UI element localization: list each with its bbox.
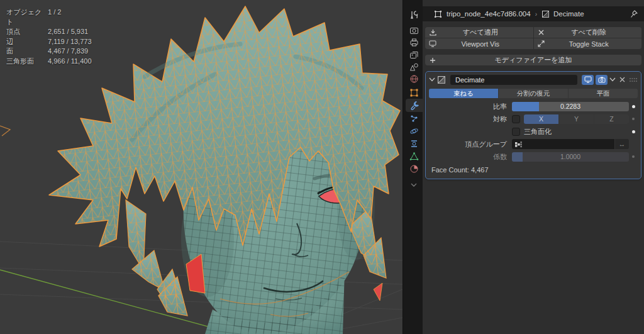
viewport-vis-button[interactable]: Viewport Vis — [425, 38, 533, 49]
chevron-down-icon — [411, 183, 417, 187]
tab-physics[interactable] — [404, 125, 423, 137]
physics-orbit-icon — [409, 126, 419, 136]
vertex-group-label: 頂点グループ — [429, 140, 512, 149]
monitor-icon — [425, 40, 440, 47]
tab-constraints[interactable] — [404, 138, 423, 150]
tool-icon — [409, 10, 419, 19]
plus-icon — [425, 57, 440, 64]
constraint-icon — [409, 139, 419, 148]
apply-download-icon — [425, 29, 440, 36]
tabstrip-overflow[interactable] — [404, 179, 423, 191]
factor-decorator[interactable] — [629, 155, 638, 158]
symmetry-checkbox[interactable] — [512, 115, 520, 123]
expand-arrows-icon — [534, 40, 549, 47]
modifier-name-field[interactable]: Decimate — [450, 75, 577, 85]
symmetry-row: 対称 X Y Z — [429, 114, 638, 124]
toggle-stack-button[interactable]: Toggle Stack — [534, 38, 642, 49]
vertex-group-row: 頂点グループ ↔ — [429, 139, 638, 149]
monitor-icon — [584, 76, 592, 83]
tab-modifier-properties[interactable] — [406, 99, 423, 112]
tab-particles[interactable] — [404, 113, 423, 125]
ratio-decorator[interactable] — [629, 105, 638, 108]
modifier-header: Decimate — [429, 74, 638, 86]
stat-faces: 面4,467 / 7,839 — [6, 47, 92, 57]
collapse-chevron-icon[interactable] — [429, 77, 435, 82]
ratio-value: 0.2283 — [512, 102, 629, 111]
factor-value: 1.0000 — [512, 152, 629, 162]
tab-view-layer[interactable] — [404, 49, 423, 61]
properties-tab-strip — [402, 0, 423, 334]
camera-icon — [598, 77, 606, 83]
decimate-mode-tabs: 束ねる 分割の復元 平面 — [429, 89, 638, 98]
tab-world[interactable] — [404, 73, 423, 85]
globe-icon — [409, 74, 419, 84]
drag-handle-dots-icon[interactable] — [629, 77, 638, 82]
triangulate-decorator[interactable] — [629, 130, 638, 133]
camera-back-icon — [409, 26, 419, 35]
symmetry-axis-buttons: X Y Z — [524, 114, 629, 124]
material-sphere-icon — [409, 164, 419, 174]
tab-material[interactable] — [404, 163, 423, 175]
axis-y-button[interactable]: Y — [559, 114, 594, 124]
mode-planar[interactable]: 平面 — [569, 89, 638, 98]
show-in-render-toggle[interactable] — [596, 75, 608, 85]
invert-vertex-group-button[interactable]: ↔ — [615, 139, 629, 149]
tab-object-data[interactable] — [404, 150, 423, 162]
triangulate-row: 三角面化 — [429, 126, 638, 136]
pin-icon[interactable] — [630, 10, 638, 18]
tab-render[interactable] — [404, 25, 423, 36]
vertex-group-field[interactable] — [512, 139, 614, 149]
3d-viewport[interactable]: オブジェクト1 / 2 頂点2,651 / 5,931 辺7,119 / 13,… — [0, 0, 402, 334]
breadcrumb-separator: › — [535, 11, 537, 18]
factor-row: 係数 1.0000 — [429, 152, 638, 162]
arrows-swap-icon: ↔ — [619, 140, 626, 148]
add-modifier-button[interactable]: モディファイアーを追加 — [425, 55, 641, 65]
stat-vertices: 頂点2,651 / 5,931 — [6, 27, 92, 37]
scene-icon — [409, 62, 419, 72]
ratio-row: 比率 0.2283 — [429, 101, 638, 111]
x-icon — [534, 30, 549, 35]
properties-breadcrumb: tripo_node_4e4c7d86.004 › Decimate — [423, 6, 644, 21]
show-in-viewport-toggle[interactable] — [582, 75, 594, 85]
delete-all-button[interactable]: すべて削除 — [534, 27, 642, 38]
face-count-text: Face Count: 4,467 — [431, 166, 638, 174]
viewport-stats-overlay: オブジェクト1 / 2 頂点2,651 / 5,931 辺7,119 / 13,… — [6, 8, 92, 66]
decimate-modifier-icon — [541, 10, 550, 18]
mode-collapse[interactable]: 束ねる — [429, 89, 498, 98]
ratio-label: 比率 — [429, 102, 512, 111]
tab-tool[interactable] — [404, 9, 423, 21]
object-square-icon — [409, 88, 419, 97]
wrench-icon — [410, 101, 419, 110]
factor-slider[interactable]: 1.0000 — [512, 152, 629, 162]
apply-all-button[interactable]: すべて適用 — [425, 27, 533, 38]
mesh-data-icon — [409, 152, 419, 161]
decimate-modifier-panel: Decimate 束ねる 分割の復元 平面 — [425, 71, 641, 179]
printer-icon — [409, 38, 419, 47]
breadcrumb-modifier-name[interactable]: Decimate — [553, 10, 584, 18]
stat-objects: オブジェクト1 / 2 — [6, 8, 92, 27]
modifier-extras-chevron-icon[interactable] — [609, 77, 616, 82]
properties-editor: tripo_node_4e4c7d86.004 › Decimate すべて適用… — [423, 0, 644, 334]
vertex-group-icon — [514, 140, 523, 148]
ratio-slider[interactable]: 0.2283 — [512, 102, 629, 111]
mode-unsubdivide[interactable]: 分割の復元 — [499, 89, 568, 98]
symmetry-decorator[interactable] — [629, 118, 638, 120]
factor-label: 係数 — [429, 152, 512, 162]
blender-window: オブジェクト1 / 2 頂点2,651 / 5,931 辺7,119 / 13,… — [0, 0, 644, 334]
breadcrumb-object-name[interactable]: tripo_node_4e4c7d86.004 — [447, 10, 531, 18]
axis-z-button[interactable]: Z — [594, 114, 629, 124]
properties-content: すべて適用 すべて削除 Viewport Vis Toggle Stack — [423, 21, 644, 334]
tab-scene[interactable] — [404, 61, 423, 73]
remove-modifier-x-icon[interactable] — [619, 77, 625, 82]
tab-output[interactable] — [404, 36, 423, 48]
triangulate-checkbox[interactable] — [512, 128, 520, 136]
decimate-icon — [437, 75, 446, 84]
triangulate-label: 三角面化 — [524, 127, 552, 136]
tab-object[interactable] — [404, 87, 423, 99]
stat-edges: 辺7,119 / 13,773 — [6, 37, 92, 47]
symmetry-label: 対称 — [429, 114, 512, 124]
axis-x-button[interactable]: X — [524, 114, 558, 124]
particles-icon — [409, 114, 419, 123]
images-icon — [409, 50, 419, 60]
object-icon — [434, 10, 442, 18]
